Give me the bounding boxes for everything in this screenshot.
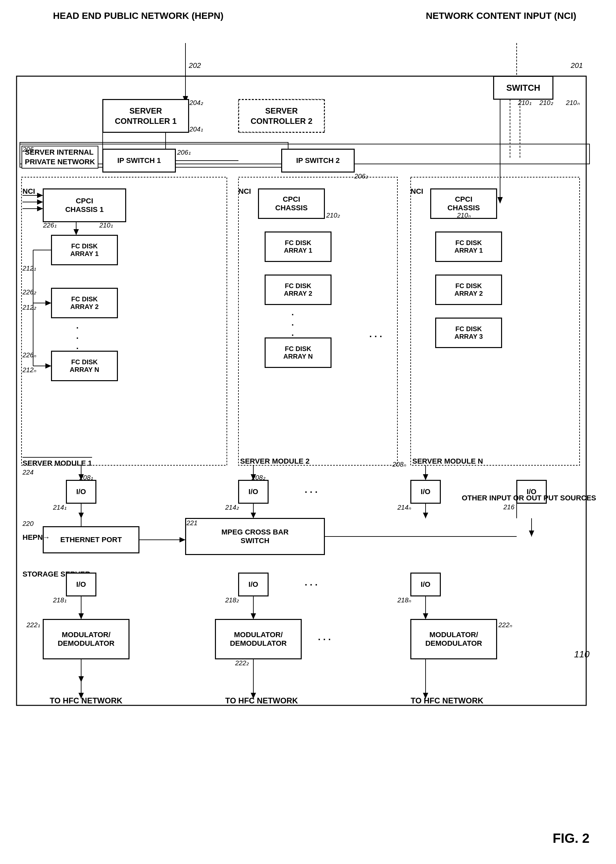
modulator-1: MODULATOR/ DEMODULATOR [43,619,129,659]
modulator-n: MODULATOR/ DEMODULATOR [411,619,497,659]
dots-v-2: ··· [291,309,294,341]
ref-202: 202 [189,61,201,70]
ref-222-1: 222₁ [27,621,40,629]
ref-110: 110 [574,649,589,660]
fc-disk-array-1-2: FC DISKARRAY 2 [51,288,118,318]
ref-216: 216 [503,503,514,511]
hepn-arrow-label: HEPN→ [22,533,50,542]
ref-210-nb: 210ₙ [457,211,471,219]
ref-204-1: 204₁ [189,125,203,133]
hepn-label: HEAD END PUBLIC NETWORK (HEPN) [53,10,223,22]
svg-marker-57 [79,613,84,619]
ref-218-1: 218₁ [53,596,66,604]
ref-222-n: 222ₙ [498,621,512,629]
svg-marker-55 [423,474,428,480]
switch-box: SWITCH [493,76,553,99]
ethernet-port-box: ETHERNET PORT [43,526,139,553]
ref-210-2b: 210₂ [326,211,340,219]
ref-210-1: 210₁ [518,99,531,107]
svg-rect-17 [239,177,398,465]
ref-218-n: 218ₙ [398,596,411,604]
ref-218-2: 218₂ [225,596,239,604]
ref-201: 201 [570,61,583,70]
svg-marker-99 [529,531,534,536]
to-hfc-n: TO HFC NETWORK [411,696,484,706]
svg-marker-69 [79,676,84,682]
dots-h-mid: · · · [369,331,382,342]
cpci-chassis-1-box: CPCICHASSIS 1 [43,189,126,222]
svg-marker-61 [251,613,256,619]
svg-marker-87 [46,300,51,306]
ip-switch-1-box: IP SWITCH 1 [103,149,176,172]
ref-204-2: 204₂ [189,99,203,107]
svg-marker-95 [179,537,185,542]
ref-208-n: 208ₙ [393,460,406,468]
dots-h-mod: · · · [318,634,331,645]
dots-h-io: · · · [305,487,317,497]
io-bottom-n: I/O [411,573,440,596]
io-box-2: I/O [239,480,268,503]
nci-1-label: NCI [22,187,35,196]
ref-226-2: 226₂ [22,288,36,296]
io-box-1: I/O [66,480,96,503]
svg-marker-9 [497,197,503,204]
fc-disk-array-2-2: FC DISKARRAY 2 [265,275,331,305]
svg-marker-47 [251,513,256,518]
to-hfc-2: TO HFC NETWORK [225,696,298,706]
ip-switch-2-box: IP SWITCH 2 [281,149,354,172]
nci-label: NETWORK CONTENT INPUT (NCI) [426,10,576,22]
svg-marker-49 [423,513,428,518]
fc-disk-array-n-2: FC DISKARRAY 2 [435,275,502,305]
io-box-n: I/O [411,480,440,503]
ref-206: 206 [22,146,33,153]
mpeg-crossbar-box: MPEG CROSS BARSWITCH [185,518,325,555]
server-module-1-label: SERVER MODULE 1 [22,457,92,468]
nci-3-label: NCI [411,187,423,196]
io-bottom-1: I/O [66,573,96,596]
server-module-2-label: SERVER MODULE 2 [240,457,310,466]
svg-marker-65 [423,613,428,619]
ref-206-2: 206₂ [354,172,368,180]
svg-marker-83 [74,229,79,235]
server-controller-1-box: SERVERCONTROLLER 1 [103,99,189,132]
ref-221: 221 [187,519,197,527]
server-controller-2-box: SERVERCONTROLLER 2 [239,99,325,132]
ref-212-n: 212ₙ [22,366,36,374]
svg-marker-44 [79,513,84,518]
dots-v-1: ··· [76,323,79,354]
ref-226-1: 226₁ [43,221,57,229]
svg-marker-89 [46,363,51,369]
modulator-2: MODULATOR/ DEMODULATOR [215,619,302,659]
fc-disk-array-n-3: FC DISKARRAY 3 [435,318,502,348]
fc-disk-array-2-n: FC DISKARRAY N [265,338,331,368]
server-module-n-label: SERVER MODULE N [412,457,483,466]
ref-212-2: 212₂ [22,303,36,311]
ref-214-2: 214₂ [225,503,239,511]
svg-marker-79 [37,200,43,205]
fc-disk-array-n-1: FC DISKARRAY 1 [435,232,502,262]
fig-label: FIG. 2 [553,831,589,846]
ref-210-2: 210₂ [539,99,553,107]
fc-disk-array-1-1: FC DISKARRAY 1 [51,235,118,265]
ref-206-1: 206₁ [177,148,191,156]
ref-222-2: 222₂ [235,659,249,667]
ref-214-1: 214₁ [53,503,66,511]
svg-marker-81 [37,206,43,211]
ref-210-n: 210ₙ [566,99,580,107]
nci-2-label: NCI [239,187,251,196]
ref-210-1b: 210₁ [99,221,113,229]
io-bottom-2: I/O [239,573,268,596]
cpci-chassis-2-box: CPCICHASSIS [258,189,325,218]
fc-disk-array-1-n: FC DISKARRAY N [51,351,118,381]
fc-disk-array-2-1: FC DISKARRAY 1 [265,232,331,262]
other-sources-label: OTHER INPUT OR OUT PUT SOURCES [462,493,596,503]
ref-214-n: 214ₙ [398,503,411,511]
ref-220: 220 [22,520,33,528]
to-hfc-1: TO HFC NETWORK [50,696,123,706]
ref-212-1: 212₁ [22,264,36,272]
svg-marker-77 [37,193,43,198]
ref-224: 224 [22,468,33,476]
ref-226-n: 226ₙ [22,351,36,359]
dots-h-io-bottom: · · · [305,580,317,590]
